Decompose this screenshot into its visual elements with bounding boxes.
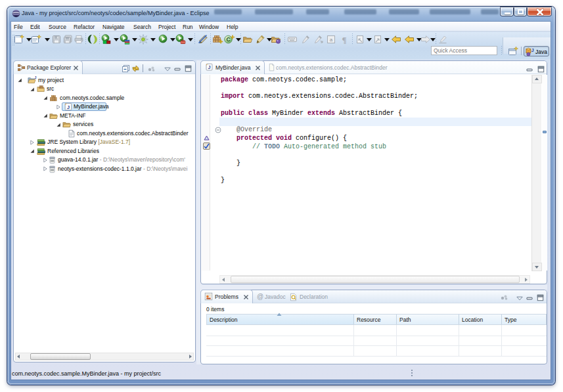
svg-text:J: J <box>67 104 70 110</box>
svg-text:C: C <box>226 36 230 43</box>
svg-text:J: J <box>531 48 534 53</box>
svg-text:J: J <box>34 76 36 79</box>
svg-text:a: a <box>330 37 333 43</box>
svg-text:J: J <box>208 64 210 70</box>
svg-text:¶: ¶ <box>342 35 346 45</box>
